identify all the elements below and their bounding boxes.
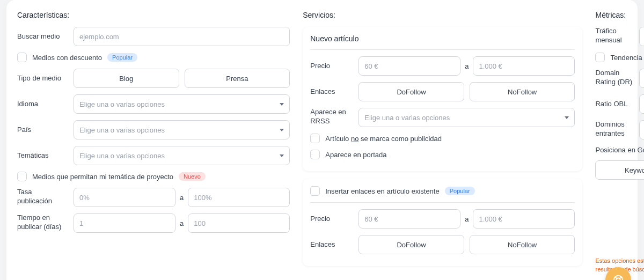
type-prensa-button[interactable]: Prensa xyxy=(185,69,290,88)
nofollow-button[interactable]: NoFollow xyxy=(470,82,575,101)
svg-line-2 xyxy=(615,277,617,278)
price-to-input[interactable] xyxy=(473,56,575,76)
search-input[interactable] xyxy=(74,27,290,46)
section-title: Métricas: xyxy=(595,11,644,19)
lang-placeholder: Elige una o varias opciones xyxy=(79,100,165,108)
dofollow-button[interactable]: DoFollow xyxy=(358,235,464,254)
lang-select[interactable]: Elige una o varias opciones xyxy=(74,94,290,114)
topics-label: Temáticas xyxy=(17,151,68,160)
popular-badge: Popular xyxy=(107,53,137,62)
traffic-from-input[interactable] xyxy=(639,27,644,46)
section-title: Servicios: xyxy=(303,11,582,19)
theme-label: Medios que permitan mi temática de proye… xyxy=(32,173,173,181)
dr-from-input[interactable] xyxy=(639,69,644,88)
noad-label: Artículo no se marca como publicidad xyxy=(325,135,442,143)
obl-from-input[interactable] xyxy=(639,94,644,114)
filters-card: Características: Buscar medio Medios con… xyxy=(6,0,638,280)
country-label: País xyxy=(17,126,68,135)
dofollow-button[interactable]: DoFollow xyxy=(358,82,464,101)
topics-placeholder: Elige una o varias opciones xyxy=(79,152,165,160)
popular-badge: Popular xyxy=(445,187,475,195)
google-label: Posiciona en Google: xyxy=(595,146,644,154)
time-to-input[interactable] xyxy=(188,213,290,233)
search-label: Buscar medio xyxy=(17,32,68,41)
range-sep: a xyxy=(465,62,469,70)
col-servicios: Servicios: Nuevo artículo Precio a Enlac… xyxy=(303,11,582,274)
price-to-input[interactable] xyxy=(473,209,575,229)
chevron-down-icon xyxy=(280,129,284,131)
price-label: Precio xyxy=(310,215,353,224)
svg-line-3 xyxy=(620,277,621,278)
col-metricas: Métricas: Tráfico mensual a Tendencia po… xyxy=(595,11,644,274)
insert-checkbox[interactable] xyxy=(310,186,320,196)
country-select[interactable]: Elige una o varias opciones xyxy=(74,120,290,139)
rrss-select[interactable]: Elige una o varias opciones xyxy=(358,108,575,127)
front-checkbox[interactable] xyxy=(310,150,320,159)
domains-from-input[interactable] xyxy=(639,120,644,139)
rrss-placeholder: Elige una o varias opciones xyxy=(364,114,450,122)
lang-label: Idioma xyxy=(17,100,68,109)
card-insertar-enlaces: Insertar enlaces en artículo existente P… xyxy=(303,179,582,266)
price-label: Precio xyxy=(310,62,353,71)
card-title: Insertar enlaces en artículo existente xyxy=(325,187,439,195)
type-label: Tipo de medio xyxy=(17,74,68,83)
discount-label: Medios con descuento xyxy=(32,54,102,62)
dr-label: Domain Rating (DR) xyxy=(595,69,634,87)
price-from-input[interactable] xyxy=(358,209,460,229)
col-caracteristicas: Características: Buscar medio Medios con… xyxy=(17,11,290,274)
range-sep: a xyxy=(180,219,184,227)
rate-label: Tasa publicación xyxy=(17,188,68,206)
rate-from-input[interactable] xyxy=(74,188,175,207)
card-title: Nuevo artículo xyxy=(310,34,575,43)
chevron-down-icon xyxy=(280,103,284,106)
links-label: Enlaces xyxy=(310,240,353,249)
obl-label: Ratio OBL xyxy=(595,100,634,109)
rrss-label: Aparece en RRSS xyxy=(310,108,353,126)
section-title: Características: xyxy=(17,11,290,19)
card-nuevo-articulo: Nuevo artículo Precio a Enlaces DoFollow… xyxy=(303,27,582,171)
rate-to-input[interactable] xyxy=(188,188,290,207)
chevron-down-icon xyxy=(565,116,569,119)
trend-label: Tendencia positiva de tráfico xyxy=(610,54,644,62)
price-from-input[interactable] xyxy=(358,56,460,76)
domains-label: Dominios entrantes xyxy=(595,120,634,138)
traffic-label: Tráfico mensual xyxy=(595,27,634,45)
front-label: Aparece en portada xyxy=(325,151,386,159)
nofollow-button[interactable]: NoFollow xyxy=(470,235,575,254)
buoy-icon xyxy=(612,274,624,280)
links-label: Enlaces xyxy=(310,87,353,97)
noad-checkbox[interactable] xyxy=(310,134,320,143)
theme-checkbox[interactable] xyxy=(17,172,27,181)
nuevo-badge: Nuevo xyxy=(179,172,206,181)
country-placeholder: Elige una o varias opciones xyxy=(79,126,165,134)
range-sep: a xyxy=(465,215,469,223)
time-label: Tiempo en publicar (días) xyxy=(17,213,68,232)
discount-checkbox[interactable] xyxy=(17,53,27,62)
time-from-input[interactable] xyxy=(74,213,175,233)
trend-checkbox[interactable] xyxy=(595,53,605,62)
type-blog-button[interactable]: Blog xyxy=(74,69,179,88)
kw-project-button[interactable]: Keywords de proyecto xyxy=(595,160,644,180)
range-sep: a xyxy=(180,194,184,202)
chevron-down-icon xyxy=(280,154,284,157)
topics-select[interactable]: Elige una o varias opciones xyxy=(74,146,290,165)
